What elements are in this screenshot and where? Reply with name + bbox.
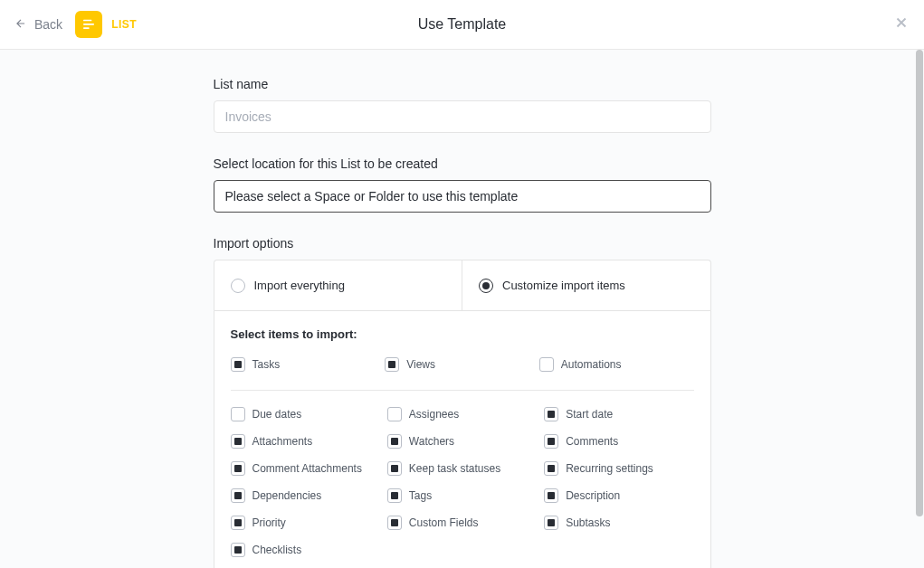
grid-label: Keep task statuses: [409, 462, 500, 475]
grid-label: Start date: [566, 408, 613, 421]
top-label: Views: [406, 358, 435, 371]
grid-item[interactable]: Attachments: [231, 434, 380, 449]
checkbox[interactable]: [231, 461, 245, 476]
import-toggle: Import everything Customize import items: [214, 260, 711, 310]
grid-label: Comment Attachments: [252, 462, 362, 475]
radio-selected: [479, 279, 493, 293]
customize-import-option[interactable]: Customize import items: [462, 260, 710, 310]
checkbox[interactable]: [544, 407, 558, 421]
arrow-left-icon: [14, 17, 27, 33]
svg-rect-1: [83, 24, 94, 25]
grid-item[interactable]: Description: [544, 488, 693, 503]
modal-title: Use Template: [418, 16, 507, 33]
items-title: Select items to import:: [231, 327, 694, 341]
list-name-input[interactable]: [214, 100, 711, 133]
grid-item[interactable]: Priority: [231, 516, 380, 530]
list-type-label: LIST: [111, 18, 137, 31]
grid-item[interactable]: Keep task statuses: [387, 461, 537, 476]
checkbox[interactable]: [231, 357, 245, 372]
grid-item[interactable]: Recurring settings: [544, 461, 693, 476]
checkbox[interactable]: [544, 516, 558, 530]
back-button[interactable]: Back: [14, 17, 62, 33]
location-group: Select location for this List to be crea…: [214, 156, 711, 213]
checkbox[interactable]: [231, 543, 245, 557]
top-item[interactable]: Tasks: [231, 357, 386, 372]
grid-item[interactable]: Subtasks: [544, 516, 693, 530]
grid-label: Custom Fields: [409, 516, 479, 529]
top-item[interactable]: Views: [385, 357, 539, 372]
scrollbar[interactable]: [915, 50, 924, 568]
radio-unselected: [231, 279, 245, 293]
checkbox[interactable]: [231, 407, 245, 421]
grid-label: Subtasks: [566, 516, 610, 529]
top-item[interactable]: Automations: [539, 357, 694, 372]
import-options-group: Import options Import everything Customi…: [214, 236, 711, 568]
checkbox[interactable]: [544, 434, 558, 449]
location-select[interactable]: Please select a Space or Folder to use t…: [214, 180, 711, 213]
top-label: Tasks: [252, 358, 281, 371]
checkbox[interactable]: [544, 461, 558, 476]
close-icon: [893, 18, 910, 33]
grid-item[interactable]: Checklists: [231, 543, 380, 557]
list-name-label: List name: [214, 77, 711, 91]
grid-label: Comments: [566, 435, 618, 448]
content-area: List name Select location for this List …: [0, 50, 924, 568]
grid-item[interactable]: Watchers: [387, 434, 537, 449]
items-panel: Select items to import: TasksViewsAutoma…: [214, 310, 711, 568]
top-items-row: TasksViewsAutomations: [231, 357, 694, 374]
customize-import-label: Customize import items: [502, 279, 625, 292]
grid-item[interactable]: Dependencies: [231, 488, 380, 503]
grid-item[interactable]: Tags: [387, 488, 537, 503]
grid-label: Watchers: [409, 435, 454, 448]
close-button[interactable]: [893, 14, 910, 34]
checkbox[interactable]: [387, 461, 402, 476]
location-label: Select location for this List to be crea…: [214, 156, 711, 171]
checkbox[interactable]: [231, 434, 245, 449]
checkbox[interactable]: [387, 516, 402, 530]
svg-rect-2: [83, 27, 90, 29]
checkbox[interactable]: [387, 407, 402, 421]
checkbox[interactable]: [544, 488, 558, 503]
list-badge: LIST: [75, 11, 137, 38]
checkbox[interactable]: [387, 434, 402, 449]
modal-header: Back LIST Use Template: [0, 0, 924, 50]
checkbox[interactable]: [231, 516, 245, 530]
back-label: Back: [34, 17, 62, 32]
scrollbar-thumb[interactable]: [916, 50, 923, 516]
grid-label: Tags: [409, 489, 432, 502]
form-container: List name Select location for this List …: [214, 50, 711, 568]
grid-item[interactable]: Custom Fields: [387, 516, 537, 530]
grid-item[interactable]: Assignees: [387, 407, 537, 421]
svg-rect-0: [83, 20, 91, 22]
grid-label: Attachments: [252, 435, 313, 448]
import-options-label: Import options: [214, 236, 711, 251]
checkbox[interactable]: [539, 357, 554, 372]
checkbox[interactable]: [231, 488, 245, 503]
grid-label: Recurring settings: [566, 462, 653, 475]
list-name-group: List name: [214, 77, 711, 133]
divider: [231, 390, 694, 391]
list-icon: [75, 11, 102, 38]
grid-label: Priority: [252, 516, 286, 529]
import-everything-option[interactable]: Import everything: [214, 260, 463, 310]
grid-label: Due dates: [252, 408, 302, 421]
location-placeholder: Please select a Space or Folder to use t…: [225, 189, 519, 204]
grid-item[interactable]: Comment Attachments: [231, 461, 380, 476]
grid-items: Due datesAssigneesStart dateAttachmentsW…: [231, 407, 694, 557]
grid-item[interactable]: Due dates: [231, 407, 380, 421]
grid-item[interactable]: Comments: [544, 434, 693, 449]
import-everything-label: Import everything: [254, 279, 345, 292]
checkbox[interactable]: [385, 357, 399, 372]
checkbox[interactable]: [387, 488, 402, 503]
grid-label: Description: [566, 489, 620, 502]
grid-label: Dependencies: [252, 489, 322, 502]
grid-item[interactable]: Start date: [544, 407, 693, 421]
grid-label: Assignees: [409, 408, 459, 421]
top-label: Automations: [561, 358, 622, 371]
grid-label: Checklists: [252, 544, 302, 556]
